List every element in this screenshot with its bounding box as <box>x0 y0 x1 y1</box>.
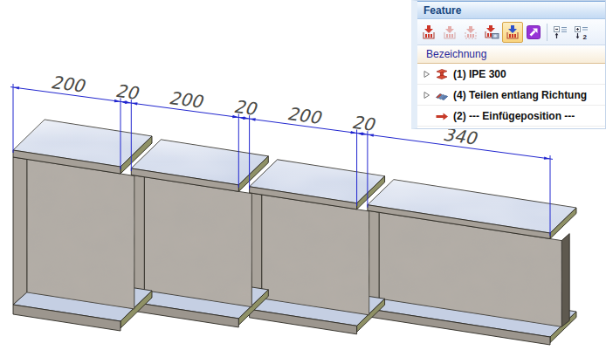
recalculate-feature-icon[interactable] <box>481 22 502 43</box>
left-end-face <box>13 157 27 305</box>
expand-tree-levels-icon[interactable]: 2 <box>571 22 592 43</box>
svg-text:2: 2 <box>583 32 588 40</box>
dimension-label[interactable]: 20 <box>114 80 141 104</box>
web-texture <box>144 177 251 307</box>
tree-header[interactable]: Bezeichnung <box>417 45 605 64</box>
dimension-label[interactable]: 20 <box>351 112 378 135</box>
steel-profile-icon <box>433 67 451 81</box>
insert-feature-active-icon[interactable] <box>502 22 523 43</box>
insert-feature-icon[interactable] <box>418 22 439 43</box>
toolbar-separator <box>547 24 547 41</box>
cad-workspace: 200202002020020340 Feature <box>0 0 606 364</box>
tree-item-label: (4) Teilen entlang Richtung <box>453 89 587 101</box>
jump-to-feature-icon[interactable] <box>523 22 544 43</box>
expander-icon[interactable] <box>421 91 433 100</box>
panel-title: Feature <box>424 4 461 17</box>
web-texture <box>262 195 369 315</box>
panel-titlebar[interactable]: Feature <box>417 1 605 19</box>
dimension-label[interactable]: 20 <box>232 96 259 120</box>
insert-feature-placeholder-icon <box>460 22 481 43</box>
tree-item-label: (2) --- Einfügeposition --- <box>453 110 575 122</box>
expander-icon[interactable] <box>421 70 433 79</box>
feature-tree: (1) IPE 300 (4) Teilen entlang Richtung <box>417 64 605 127</box>
tree-item-einfuegeposition[interactable]: (2) --- Einfügeposition --- <box>417 106 605 127</box>
web-texture <box>27 159 134 309</box>
collapse-tree-icon[interactable] <box>550 22 571 43</box>
tree-item-ipe300[interactable]: (1) IPE 300 <box>417 64 605 85</box>
tree-item-teilen[interactable]: (4) Teilen entlang Richtung <box>417 85 605 106</box>
divide-along-direction-icon <box>433 88 451 102</box>
web-end-face <box>561 234 569 327</box>
tree-item-label: (1) IPE 300 <box>453 68 506 80</box>
insert-feature-into-icon <box>439 22 460 43</box>
beam-segment-2[interactable] <box>131 140 268 327</box>
beam-segment-3[interactable] <box>250 160 385 334</box>
beam-segment-4[interactable] <box>368 180 576 345</box>
feature-toolbar: 2 <box>417 19 605 45</box>
feature-panel: Feature <box>411 0 606 129</box>
insert-position-arrow-icon <box>433 109 451 123</box>
tree-header-label: Bezeichnung <box>426 48 486 60</box>
